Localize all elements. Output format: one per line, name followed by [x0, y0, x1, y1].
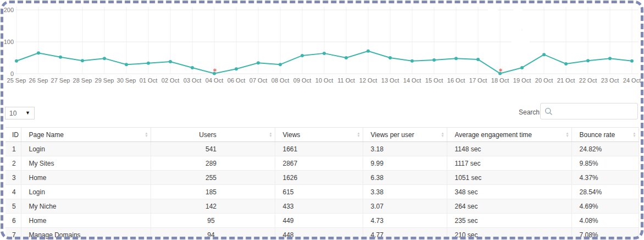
- table-row: 5My Niche1424333.07264 sec4.69%: [5, 199, 639, 214]
- cell-id: 5: [5, 199, 21, 214]
- search-input[interactable]: [556, 107, 634, 116]
- table-body: 1Login54116613.181148 sec24.82%2My Sites…: [5, 142, 639, 240]
- svg-text:22 Oct: 22 Oct: [579, 77, 597, 84]
- cell-views-per-user: 4.73: [363, 214, 447, 228]
- cell-users: 94: [151, 228, 275, 240]
- search-box[interactable]: [540, 103, 638, 119]
- svg-text:02 Oct: 02 Oct: [162, 77, 179, 84]
- svg-text:100: 100: [4, 39, 14, 45]
- sort-both-icon: ▲▼: [566, 132, 569, 138]
- column-label: Bounce rate: [580, 131, 615, 139]
- pages-table: ID▲Page Name▲▼Users▲▼Views▲▼Views per us…: [5, 127, 639, 240]
- page-size-value: 10: [9, 110, 16, 117]
- column-label: Average engagement time: [455, 131, 532, 139]
- svg-text:11 Oct: 11 Oct: [337, 77, 355, 84]
- sort-both-icon: ▲▼: [269, 132, 273, 138]
- column-header-average-engagement-time[interactable]: Average engagement time▲▼: [447, 128, 571, 142]
- cell-views-per-user: 3.38: [363, 185, 447, 199]
- cell-page-name: Login: [21, 142, 151, 156]
- cell-views-per-user: 3.07: [363, 199, 447, 214]
- svg-text:0: 0: [10, 70, 14, 77]
- column-header-views-per-user[interactable]: Views per user▲▼: [363, 128, 447, 142]
- svg-text:06 Oct: 06 Oct: [227, 77, 245, 84]
- svg-text:24 Oct: 24 Oct: [623, 77, 641, 84]
- cell-users: 142: [151, 199, 275, 214]
- svg-text:10 Oct: 10 Oct: [315, 77, 333, 84]
- table-row: 7Manage Domains944484.77210 sec7.08%: [5, 228, 639, 240]
- cell-id: 2: [5, 156, 21, 171]
- cell-average-engagement-time: 1117 sec: [447, 156, 571, 171]
- svg-text:26 Sep: 26 Sep: [29, 77, 48, 84]
- search-label: Search:: [519, 108, 541, 116]
- svg-text:04 Oct: 04 Oct: [206, 77, 223, 84]
- svg-text:13 Oct: 13 Oct: [381, 77, 399, 84]
- svg-text:23 Oct: 23 Oct: [601, 77, 619, 84]
- svg-text:30 Sep: 30 Sep: [117, 77, 136, 84]
- cell-views-per-user: 3.18: [363, 142, 447, 156]
- svg-text:21 Oct: 21 Oct: [557, 77, 575, 84]
- column-header-views[interactable]: Views▲▼: [275, 128, 363, 142]
- sort-both-icon: ▲▼: [633, 132, 636, 138]
- cell-bounce-rate: 9.85%: [571, 156, 639, 171]
- cell-users: 95: [151, 214, 275, 228]
- cell-views: 448: [275, 228, 363, 240]
- cell-bounce-rate: 4.08%: [571, 214, 639, 228]
- column-label: Page Name: [29, 131, 64, 139]
- svg-text:18 Oct: 18 Oct: [491, 77, 509, 84]
- svg-text:07 Oct: 07 Oct: [249, 77, 267, 84]
- cell-views: 1626: [275, 171, 363, 185]
- svg-text:25 Sep: 25 Sep: [7, 77, 26, 84]
- table-row: 3Home25516266.381051 sec4.37%: [5, 171, 639, 185]
- svg-text:27 Sep: 27 Sep: [51, 77, 70, 84]
- cell-id: 4: [5, 185, 21, 199]
- column-header-page-name[interactable]: Page Name▲▼: [21, 128, 151, 142]
- svg-text:16 Oct: 16 Oct: [447, 77, 465, 84]
- cell-users: 541: [151, 142, 275, 156]
- cell-id: 7: [5, 228, 21, 240]
- cell-views: 449: [275, 214, 363, 228]
- table-row: 2My Sites28928679.991117 sec9.85%: [5, 156, 639, 171]
- search-icon: [545, 107, 553, 116]
- svg-text:01 Oct: 01 Oct: [140, 77, 157, 84]
- cell-bounce-rate: 28.54%: [571, 185, 639, 199]
- svg-text:19 Oct: 19 Oct: [513, 77, 531, 84]
- cell-page-name: Manage Domains: [21, 228, 151, 240]
- cell-views: 1661: [275, 142, 363, 156]
- svg-text:03 Oct: 03 Oct: [184, 77, 201, 84]
- column-label: Views: [283, 131, 301, 139]
- page-size-select[interactable]: 10 ▼: [5, 107, 35, 119]
- svg-text:28 Sep: 28 Sep: [73, 77, 92, 84]
- cell-views: 615: [275, 185, 363, 199]
- svg-text:08 Oct: 08 Oct: [271, 77, 289, 84]
- svg-text:12 Oct: 12 Oct: [359, 77, 377, 84]
- sort-both-icon: ▲▼: [357, 132, 360, 138]
- cell-page-name: My Sites: [21, 156, 151, 171]
- cell-page-name: My Niche: [21, 199, 151, 214]
- caret-down-icon: ▼: [25, 111, 30, 116]
- cell-users: 185: [151, 185, 275, 199]
- sort-both-icon: ▲▼: [145, 132, 148, 138]
- table-row: 4Login1856153.38348 sec28.54%: [5, 185, 639, 199]
- table-row: 6Home954494.73235 sec4.08%: [5, 214, 639, 228]
- cell-bounce-rate: 4.69%: [571, 199, 639, 214]
- svg-text:15 Oct: 15 Oct: [425, 77, 443, 84]
- column-header-bounce-rate[interactable]: Bounce rate▲▼: [571, 128, 639, 142]
- cell-average-engagement-time: 1148 sec: [447, 142, 571, 156]
- column-header-users[interactable]: Users▲▼: [151, 128, 275, 142]
- cell-bounce-rate: 24.82%: [571, 142, 639, 156]
- cell-page-name: Home: [21, 214, 151, 228]
- cell-average-engagement-time: 1051 sec: [447, 171, 571, 185]
- cell-average-engagement-time: 210 sec: [447, 228, 571, 240]
- cell-views-per-user: 6.38: [363, 171, 447, 185]
- cell-bounce-rate: 7.08%: [571, 228, 639, 240]
- cell-average-engagement-time: 264 sec: [447, 199, 571, 214]
- svg-text:200: 200: [4, 7, 14, 13]
- cell-page-name: Home: [21, 171, 151, 185]
- cell-page-name: Login: [21, 185, 151, 199]
- cell-views-per-user: 4.77: [363, 228, 447, 240]
- table-row: 1Login54116613.181148 sec24.82%: [5, 142, 639, 156]
- column-header-id[interactable]: ID▲: [5, 128, 21, 142]
- svg-text:14 Oct: 14 Oct: [403, 77, 421, 84]
- cell-bounce-rate: 4.37%: [571, 171, 639, 185]
- cell-id: 1: [5, 142, 21, 156]
